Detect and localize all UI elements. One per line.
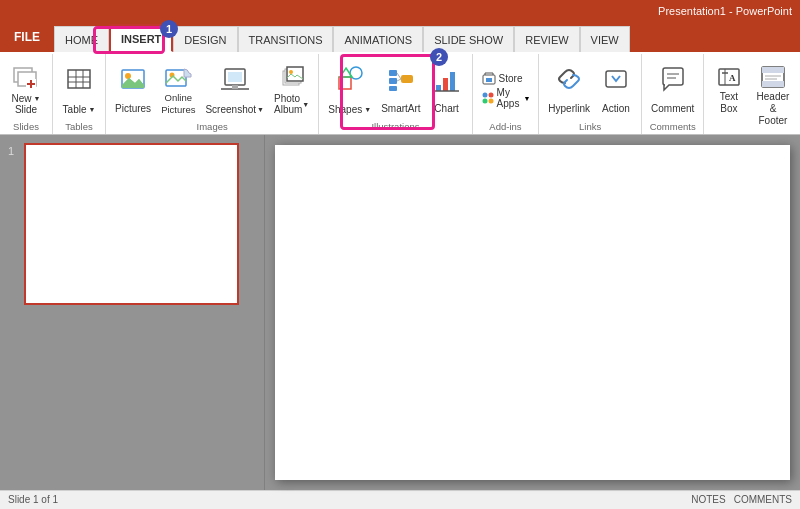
header-footer-button[interactable]: Header& Footer [749,58,796,118]
svg-point-41 [488,99,493,104]
svg-point-39 [488,93,493,98]
tab-insert[interactable]: INSERT [109,24,173,52]
tab-transitions[interactable]: TRANSITIONS [238,26,334,52]
new-slide-button[interactable]: New ▼ Slide [4,58,48,118]
chevron-down-icon: ▼ [523,95,530,102]
svg-rect-31 [401,75,413,83]
text-box-label: TextBox [720,91,738,115]
slide-number-label: 1 [8,145,14,157]
status-bar: Slide 1 of 1 NOTES COMMENTS [0,490,800,508]
table-button[interactable]: Table ▼ [57,58,101,118]
svg-line-29 [397,73,401,79]
addins-group-label: Add-ins [477,120,535,134]
hyperlink-icon [553,63,585,95]
photo-album-icon [276,63,308,93]
ribbon-group-illustrations: Shapes ▼ Sm [319,54,472,134]
ribbon-group-links: Hyperlink Action Links [539,54,642,134]
slide-thumbnail-1[interactable]: 1 [24,143,256,305]
comments-button[interactable]: COMMENTS [734,494,792,505]
online-pictures-button[interactable]: OnlinePictures [156,58,200,118]
hyperlink-label: Hyperlink [548,103,590,115]
svg-point-11 [125,73,131,79]
tab-review[interactable]: REVIEW [514,26,579,52]
svg-rect-21 [287,67,303,81]
slide-count: Slide 1 of 1 [8,494,58,505]
smartart-button[interactable]: SmartArt [376,58,425,118]
action-icon [600,63,632,95]
text-box-button[interactable]: A TextBox [708,58,749,118]
header-footer-icon [757,63,789,91]
ribbon-group-slides: New ▼ Slide Slides [0,54,53,134]
svg-rect-26 [389,70,397,76]
svg-rect-34 [450,72,455,91]
svg-line-30 [397,79,401,81]
chevron-down-icon: ▼ [364,106,371,113]
ribbon-tabs: FILE HOME INSERT DESIGN TRANSITIONS ANIM… [0,22,800,52]
chevron-down-icon: ▼ [88,106,95,113]
my-apps-label: My Apps [497,87,522,109]
svg-marker-12 [122,78,144,88]
tab-home[interactable]: HOME [54,26,109,52]
comment-icon [657,63,689,95]
pictures-icon [117,63,149,95]
my-apps-icon [481,90,495,106]
wordart-button[interactable]: A WordArt ▼ [797,58,800,118]
slide-panel: 1 [0,135,265,490]
chart-button[interactable]: Chart [426,58,468,118]
store-button[interactable]: Store [477,69,527,87]
photo-album-button[interactable]: PhotoAlbum ▼ [269,58,314,118]
svg-point-38 [482,93,487,98]
illustrations-group-label: Illustrations [323,120,467,134]
tab-design[interactable]: DESIGN [173,26,237,52]
tab-slideshow[interactable]: SLIDE SHOW [423,26,514,52]
svg-rect-50 [762,67,784,73]
content-area: 1 [0,135,800,490]
svg-rect-51 [762,81,784,87]
svg-text:A: A [729,73,736,83]
my-apps-button[interactable]: My Apps ▼ [477,89,535,107]
screenshot-button[interactable]: Screenshot ▼ [200,58,269,118]
store-label: Store [499,73,523,84]
slides-group-label: Slides [4,120,48,134]
svg-rect-32 [436,85,441,91]
pictures-label: Pictures [115,103,151,115]
ribbon-toolbar: 1 2 New [0,52,800,135]
svg-rect-5 [68,70,90,88]
images-group-label: Images [110,120,314,134]
title-bar: Presentation1 - PowerPoint [0,0,800,22]
online-pictures-icon [162,63,194,92]
comment-label: Comment [651,103,694,115]
tab-view[interactable]: VIEW [580,26,630,52]
main-slide-view [265,135,800,490]
svg-rect-18 [232,85,238,89]
shapes-button[interactable]: Shapes ▼ [323,58,376,118]
chart-label: Chart [434,103,458,115]
chevron-down-icon: ▼ [257,106,264,113]
links-group-label: Links [543,120,637,134]
smartart-icon [385,63,417,95]
new-slide-icon [10,63,42,93]
tables-group-label: Tables [57,120,101,134]
ribbon-group-tables: Table ▼ Tables [53,54,106,134]
shapes-icon [334,63,366,95]
svg-rect-42 [606,71,626,87]
svg-rect-28 [389,86,397,91]
main-slide-canvas [275,145,790,480]
tab-animations[interactable]: ANIMATIONS [333,26,423,52]
screenshot-icon [219,63,251,95]
app-container: Presentation1 - PowerPoint FILE HOME INS… [0,0,800,509]
comments-group-label: Comments [646,120,699,134]
hyperlink-button[interactable]: Hyperlink [543,58,595,118]
action-button[interactable]: Action [595,58,637,118]
chevron-down-icon: ▼ [302,101,309,108]
notes-button[interactable]: NOTES [691,494,725,505]
online-pictures-label: OnlinePictures [161,92,195,115]
ribbon-group-images: Pictures OnlinePictures [106,54,319,134]
comment-button[interactable]: Comment [646,58,699,118]
ribbon-group-addins: Store My Apps ▼ Add-ins [473,54,540,134]
tab-file[interactable]: FILE [0,22,54,52]
pictures-button[interactable]: Pictures [110,58,156,118]
svg-rect-37 [486,78,492,82]
text-group-label: Text [708,120,800,134]
svg-rect-33 [443,78,448,91]
